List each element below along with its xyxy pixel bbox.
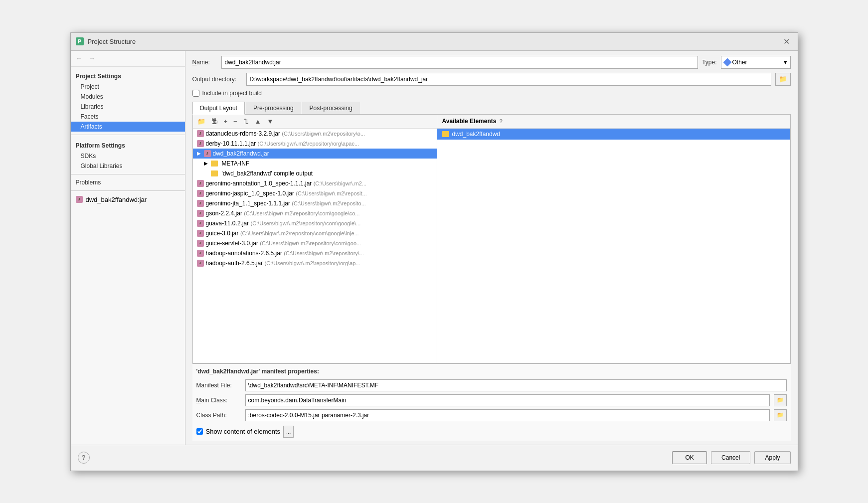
folder-icon — [442, 131, 449, 137]
project-settings-section: Project Settings — [71, 69, 185, 82]
back-button[interactable]: ← — [74, 53, 85, 63]
title-bar: P Project Structure ✕ — [71, 33, 798, 51]
jar-icon: J — [197, 240, 204, 247]
list-item-label: geronimo-annotation_1.0_spec-1.1.1.jar (… — [206, 180, 367, 187]
ok-button[interactable]: OK — [672, 451, 707, 464]
artifact-tree-item[interactable]: J dwd_bak2ffandwd:jar — [71, 194, 185, 205]
tab-output-layout[interactable]: Output Layout — [192, 102, 245, 115]
list-item[interactable]: J derby-10.11.1.1.jar (C:\Users\bigwr\.m… — [193, 139, 437, 149]
add-folder-button[interactable]: 📁 — [195, 117, 208, 126]
sort-button[interactable]: ⇅ — [241, 117, 251, 126]
class-path-label: Class Path: — [196, 412, 241, 419]
jar-btn[interactable]: 🗜 — [209, 117, 220, 126]
show-content-label: Show content of elements — [206, 428, 281, 435]
list-item[interactable]: J datanucleus-rdbms-3.2.9.jar (C:\Users\… — [193, 129, 437, 139]
main-class-row: Main Class: 📁 — [192, 393, 791, 408]
app-icon: P — [76, 37, 84, 45]
sidebar-item-global-libraries[interactable]: Global Libraries — [71, 161, 185, 171]
class-path-browse-button[interactable]: 📁 — [774, 409, 787, 421]
sidebar-item-sdks[interactable]: SDKs — [71, 151, 185, 161]
main-class-label: Main Class: — [196, 397, 241, 404]
tab-postprocessing[interactable]: Post-processing — [302, 102, 360, 114]
include-label-text: Include in project build — [202, 90, 262, 97]
sidebar-item-problems[interactable]: Problems — [71, 177, 185, 187]
expand-icon: ▶ — [204, 161, 208, 166]
available-item-label: dwd_bak2ffandwd — [452, 131, 501, 138]
project-structure-dialog: P Project Structure ✕ ← → Project Settin… — [70, 32, 798, 471]
right-panel: Name: Type: Other ▾ Output directory: 📁 — [185, 51, 798, 445]
list-item-label: derby-10.11.1.1.jar (C:\Users\bigwr\.m2\… — [206, 140, 359, 147]
dialog-footer: ? OK Cancel Apply — [71, 445, 798, 471]
remove-button[interactable]: − — [231, 117, 240, 126]
cancel-button[interactable]: Cancel — [711, 451, 750, 464]
include-row: Include in project build — [192, 90, 791, 97]
list-item[interactable]: J geronimo-jaspic_1.0_spec-1.0.jar (C:\U… — [193, 188, 437, 198]
list-item[interactable]: J guice-3.0.jar (C:\Users\bigwr\.m2\repo… — [193, 228, 437, 238]
include-checkbox[interactable] — [192, 90, 199, 97]
name-input[interactable] — [221, 56, 698, 69]
chevron-down-icon: ▾ — [784, 58, 787, 66]
list-item-label: guice-servlet-3.0.jar (C:\Users\bigwr\.m… — [206, 240, 361, 247]
add-button[interactable]: + — [221, 117, 230, 126]
sidebar-item-modules[interactable]: Modules — [71, 92, 185, 102]
close-button[interactable]: ✕ — [780, 36, 793, 47]
list-item-label: geronimo-jaspic_1.0_spec-1.0.jar (C:\Use… — [206, 190, 367, 197]
list-item[interactable]: ▶ J dwd_bak2ffandwd.jar — [193, 149, 437, 159]
list-item[interactable]: J hadoop-annotations-2.6.5.jar (C:\Users… — [193, 248, 437, 258]
list-item-label: guice-3.0.jar (C:\Users\bigwr\.m2\reposi… — [206, 230, 359, 237]
available-panel: Available Elements ? dwd_bak2ffandwd — [437, 115, 790, 363]
artifact-toolbar: 📁 🗜 + − ⇅ ▲ ▼ — [193, 115, 437, 129]
available-list: dwd_bak2ffandwd — [437, 129, 790, 363]
type-label: Type: — [702, 59, 716, 66]
list-item-label: geronimo-jta_1.1_spec-1.1.1.jar (C:\User… — [206, 200, 366, 207]
sidebar-item-project[interactable]: Project — [71, 82, 185, 92]
list-item[interactable]: J guava-11.0.2.jar (C:\Users\bigwr\.m2\r… — [193, 218, 437, 228]
list-item-label: hadoop-annotations-2.6.5.jar (C:\Users\b… — [206, 250, 364, 257]
jar-icon: J — [197, 190, 204, 197]
output-dir-input[interactable] — [246, 73, 771, 86]
manifest-title: 'dwd_bak2ffandwd.jar' manifest propertie… — [192, 368, 791, 378]
main-class-browse-button[interactable]: 📁 — [774, 394, 787, 406]
sidebar-item-libraries[interactable]: Libraries — [71, 102, 185, 112]
output-dir-row: Output directory: 📁 — [192, 73, 791, 86]
jar-icon: J — [197, 140, 204, 147]
content-area: 📁 🗜 + − ⇅ ▲ ▼ J datanucleus-rdbms-3.2.9.… — [192, 115, 791, 363]
list-item[interactable]: J geronimo-annotation_1.0_spec-1.1.1.jar… — [193, 178, 437, 188]
sidebar-item-facets[interactable]: Facets — [71, 112, 185, 122]
include-label: Include in project build — [202, 90, 262, 97]
move-up-button[interactable]: ▲ — [252, 117, 264, 126]
show-content-button[interactable]: ... — [283, 426, 294, 438]
apply-button[interactable]: Apply — [754, 451, 790, 464]
available-item[interactable]: dwd_bak2ffandwd — [437, 129, 790, 140]
jar-icon: J — [76, 196, 83, 203]
forward-button[interactable]: → — [87, 53, 98, 63]
folder-icon: 📁 — [779, 75, 787, 83]
jar-icon: J — [197, 230, 204, 237]
move-down-button[interactable]: ▼ — [265, 117, 276, 126]
help-button[interactable]: ? — [78, 452, 90, 464]
jar-icon: J — [197, 260, 204, 267]
nav-toolbar: ← → — [71, 51, 185, 67]
available-elements-header: Available Elements ? — [437, 115, 790, 129]
list-item[interactable]: J hadoop-auth-2.6.5.jar (C:\Users\bigwr\… — [193, 258, 437, 268]
expand-icon: ▶ — [197, 151, 201, 156]
artifact-tree-item-label: dwd_bak2ffandwd:jar — [86, 196, 147, 203]
tab-preprocessing[interactable]: Pre-processing — [246, 102, 301, 114]
output-dir-browse-button[interactable]: 📁 — [775, 73, 791, 86]
list-item[interactable]: J guice-servlet-3.0.jar (C:\Users\bigwr\… — [193, 238, 437, 248]
type-dropdown[interactable]: Other ▾ — [721, 56, 791, 69]
list-item-label: META-INF — [222, 160, 250, 167]
class-path-input[interactable] — [245, 409, 770, 421]
jar-icon: J — [197, 220, 204, 227]
list-item[interactable]: 'dwd_bak2ffandwd' compile output — [193, 168, 437, 178]
main-class-input[interactable] — [245, 394, 770, 406]
list-item-label: datanucleus-rdbms-3.2.9.jar (C:\Users\bi… — [206, 130, 365, 137]
manifest-file-row: Manifest File: — [192, 378, 791, 393]
sidebar-item-artifacts[interactable]: Artifacts — [71, 122, 185, 132]
list-item[interactable]: ▶ META-INF — [193, 159, 437, 168]
manifest-file-input[interactable] — [245, 379, 787, 391]
list-item[interactable]: J gson-2.2.4.jar (C:\Users\bigwr\.m2\rep… — [193, 208, 437, 218]
list-item-label: 'dwd_bak2ffandwd' compile output — [222, 170, 313, 177]
list-item[interactable]: J geronimo-jta_1.1_spec-1.1.1.jar (C:\Us… — [193, 198, 437, 208]
show-content-checkbox[interactable] — [196, 428, 203, 435]
